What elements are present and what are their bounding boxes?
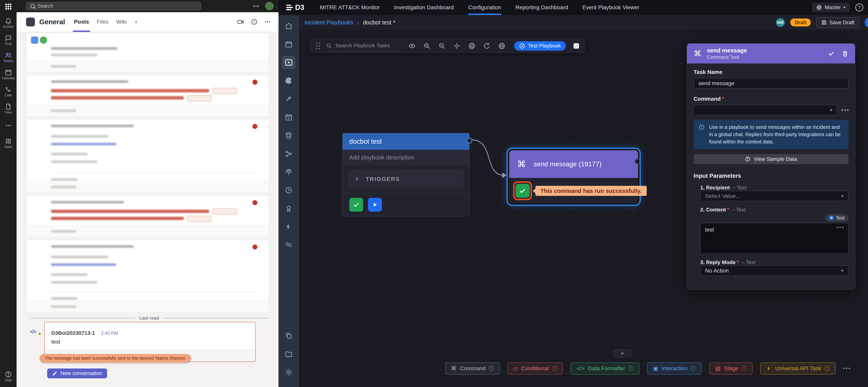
task-output-connector[interactable] xyxy=(635,159,640,164)
sidebar-icon-settings[interactable] xyxy=(282,366,295,379)
command-more-button[interactable] xyxy=(841,109,848,111)
playbook-root-node[interactable]: docbot test Add playbook description TRI… xyxy=(342,133,470,217)
titlebar-more-icon[interactable] xyxy=(252,3,259,10)
stop-test-button[interactable] xyxy=(574,43,579,49)
sidebar-icon-playbooks[interactable] xyxy=(282,56,295,69)
blurred-message-card[interactable] xyxy=(27,75,269,116)
reply-strip[interactable] xyxy=(27,301,269,312)
sidebar-icon-file-manager[interactable] xyxy=(282,347,295,361)
help-button[interactable]: ? xyxy=(856,4,863,11)
rail-item-activity[interactable]: Activity xyxy=(0,14,17,32)
sidebar-icon-integrations[interactable] xyxy=(282,74,295,87)
nav-item-configuration[interactable]: Configuration xyxy=(468,0,501,15)
expand-panel-button[interactable] xyxy=(613,350,631,357)
message-list[interactable]: Last read </> D3Bot20230713-1 3:40 PM te… xyxy=(17,32,278,387)
triggers-section[interactable]: TRIGGERS xyxy=(348,170,464,188)
reply-strip[interactable] xyxy=(27,61,269,72)
sidebar-icon-signals[interactable] xyxy=(282,239,295,252)
playbook-canvas[interactable]: Search Playbook Tasks Test Playbook docb… xyxy=(299,30,868,387)
sidebar-icon-utilities[interactable] xyxy=(282,93,295,106)
new-conversation-button[interactable]: New conversation xyxy=(47,368,107,379)
task-node-selected[interactable]: ⌘ send message (19177) xyxy=(507,148,641,206)
content-more-button[interactable] xyxy=(837,226,843,228)
visibility-button[interactable] xyxy=(404,42,420,49)
blurred-message-card[interactable] xyxy=(27,240,269,312)
task-name-input[interactable]: send message xyxy=(694,78,848,89)
output-connector[interactable] xyxy=(466,138,472,144)
trash-icon[interactable] xyxy=(842,50,848,57)
d3-logo[interactable]: D3 xyxy=(286,3,304,12)
print-button[interactable] xyxy=(464,42,479,49)
teams-search-input[interactable]: Search xyxy=(26,2,201,10)
playbook-run-button[interactable] xyxy=(368,198,382,212)
palette-more-button[interactable] xyxy=(843,368,850,369)
palette-interaction[interactable]: ▣ Interaction ? xyxy=(647,362,702,375)
channel-more-icon[interactable] xyxy=(264,19,271,25)
content-textarea[interactable]: test xyxy=(700,223,848,254)
waffle-menu-icon[interactable] xyxy=(4,2,13,11)
palette-universal-api-task[interactable]: Universal API Task ? xyxy=(760,362,835,375)
drag-handle[interactable] xyxy=(316,42,320,49)
nav-item-reporting-dashboard[interactable]: Reporting Dashboard xyxy=(516,0,568,15)
task-search-input[interactable]: Search Playbook Tasks xyxy=(326,40,398,51)
sidebar-icon-calendar[interactable] xyxy=(282,38,295,51)
add-tab-button[interactable]: + xyxy=(134,12,137,32)
rail-item-teams[interactable]: Teams xyxy=(0,49,17,66)
rail-item-calls[interactable]: Calls xyxy=(0,83,17,100)
task-success-button[interactable] xyxy=(516,184,529,198)
rail-item-apps[interactable]: Apps xyxy=(0,134,17,151)
tab-files[interactable]: Files xyxy=(97,12,108,32)
palette-conditional[interactable]: ◇ Conditional ? xyxy=(507,362,563,375)
reply-strip[interactable] xyxy=(27,225,269,237)
command-select[interactable]: ▾ xyxy=(694,105,837,115)
test-parameter-button[interactable]: Test xyxy=(826,214,848,222)
reply-mode-select[interactable]: No Action ▾ xyxy=(700,266,848,276)
reply-strip[interactable] xyxy=(27,105,269,116)
tab-posts[interactable]: Posts xyxy=(74,12,89,32)
save-draft-button[interactable]: Save Draft xyxy=(816,17,859,28)
nav-item-event-playbook-viewer[interactable]: Event Playbook Viewer xyxy=(582,0,639,15)
team-avatar[interactable] xyxy=(26,17,35,26)
refresh-button[interactable] xyxy=(479,42,494,49)
user-avatar[interactable]: NW xyxy=(776,18,785,27)
globe-button[interactable] xyxy=(494,42,509,49)
nav-item-investigation-dashboard[interactable]: Investigation Dashboard xyxy=(394,0,454,15)
nav-item-mitre-monitor[interactable]: MITRE ATT&CK Monitor xyxy=(320,0,380,15)
meet-camera-icon[interactable] xyxy=(237,18,244,26)
zoom-in-button[interactable] xyxy=(420,42,434,49)
playbook-node-header[interactable]: docbot test xyxy=(343,133,469,150)
breadcrumb-parent[interactable]: Incident Playbooks xyxy=(305,19,353,26)
palette-data-formatter[interactable]: </> Data Formatter ? xyxy=(570,362,639,375)
rail-item-files[interactable]: Files xyxy=(0,100,17,117)
view-sample-data-button[interactable]: View Sample Data xyxy=(694,154,848,164)
zoom-out-button[interactable] xyxy=(434,42,450,49)
sidebar-icon-home[interactable] xyxy=(282,19,295,33)
sidebar-icon-scheduler[interactable] xyxy=(282,184,295,197)
center-view-button[interactable] xyxy=(450,42,464,49)
sidebar-icon-triggers[interactable] xyxy=(282,220,295,233)
sidebar-icon-webhooks[interactable] xyxy=(282,165,295,178)
sidebar-icon-connections[interactable] xyxy=(282,147,295,161)
environment-selector[interactable]: Master ▾ xyxy=(812,3,850,12)
playbook-run-success-button[interactable] xyxy=(349,198,363,212)
rail-item-more[interactable] xyxy=(0,117,17,134)
playbook-description-field[interactable]: Add playbook description xyxy=(343,150,469,165)
test-playbook-button[interactable]: Test Playbook xyxy=(514,41,566,50)
recipient-select[interactable]: Select Value... ▾ xyxy=(700,191,848,201)
task-node-header[interactable]: ⌘ send message (19177) xyxy=(509,150,638,178)
sidebar-icon-data-sources[interactable] xyxy=(282,129,295,142)
palette-stage[interactable]: ▤ Stage ? xyxy=(709,362,753,375)
sidebar-icon-copy[interactable] xyxy=(282,329,295,342)
blurred-message-card[interactable] xyxy=(27,33,269,72)
rail-item-help[interactable]: Help xyxy=(0,368,17,385)
submit-button[interactable]: + S xyxy=(865,17,868,28)
blurred-message-card[interactable] xyxy=(27,196,269,237)
sidebar-icon-certificates[interactable] xyxy=(282,202,295,215)
reply-strip[interactable] xyxy=(27,181,269,192)
blurred-message-card[interactable] xyxy=(27,119,269,192)
profile-avatar[interactable] xyxy=(265,2,274,10)
rail-item-chat[interactable]: Chat xyxy=(0,32,17,49)
tab-wiki[interactable]: Wiki xyxy=(116,12,127,32)
sidebar-icon-schedules[interactable] xyxy=(282,110,295,124)
channel-info-icon[interactable] xyxy=(251,19,257,25)
